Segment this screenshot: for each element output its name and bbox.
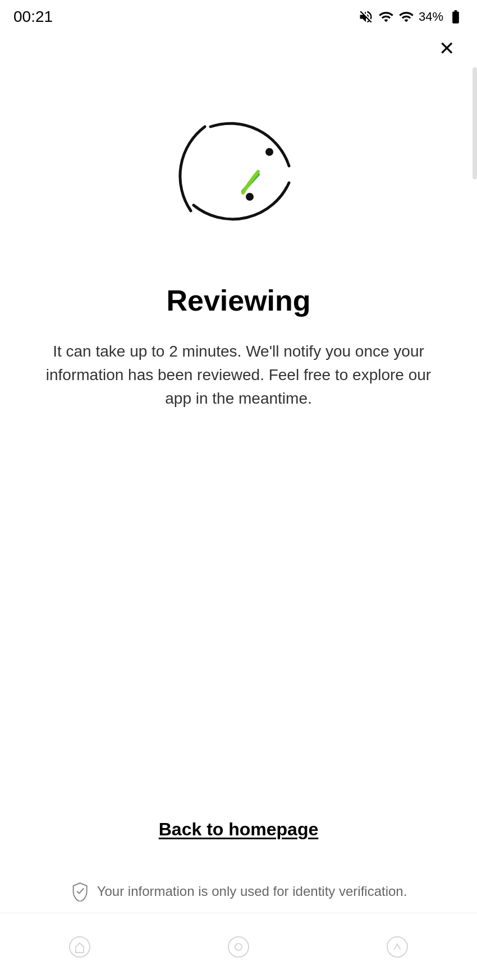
status-time: 00:21	[13, 8, 53, 26]
description-text: It can take up to 2 minutes. We'll notif…	[0, 340, 477, 410]
status-bar: 00:21 34%	[0, 0, 477, 31]
scrollbar[interactable]	[473, 67, 477, 179]
back-to-homepage-button[interactable]: Back to homepage	[159, 819, 319, 840]
clock-svg	[160, 93, 317, 250]
nav-item-left[interactable]	[67, 935, 92, 959]
nav-icon-right	[385, 935, 410, 959]
signal-icon	[398, 9, 414, 25]
security-notice: Your information is only used for identi…	[70, 881, 407, 902]
battery-level: 34%	[419, 10, 443, 24]
svg-point-0	[265, 148, 273, 156]
bottom-navigation	[0, 913, 477, 980]
svg-point-4	[228, 937, 249, 957]
nav-item-center[interactable]	[226, 935, 251, 959]
wifi-icon	[378, 9, 394, 25]
status-icons: 34%	[358, 9, 464, 25]
nav-item-right[interactable]	[385, 935, 410, 959]
nav-icon-left	[67, 935, 92, 959]
shield-icon	[70, 881, 90, 902]
main-content: Reviewing It can take up to 2 minutes. W…	[0, 31, 477, 433]
battery-icon	[448, 9, 464, 25]
svg-point-6	[387, 937, 407, 957]
page-title: Reviewing	[166, 284, 310, 317]
close-button[interactable]: ✕	[432, 34, 461, 63]
security-text: Your information is only used for identi…	[97, 884, 407, 899]
svg-point-1	[246, 193, 254, 201]
reviewing-illustration	[160, 93, 317, 250]
nav-icon-center	[226, 935, 251, 959]
mute-icon	[358, 9, 374, 25]
svg-point-3	[70, 937, 90, 957]
svg-point-5	[235, 944, 242, 950]
close-icon: ✕	[439, 37, 455, 59]
